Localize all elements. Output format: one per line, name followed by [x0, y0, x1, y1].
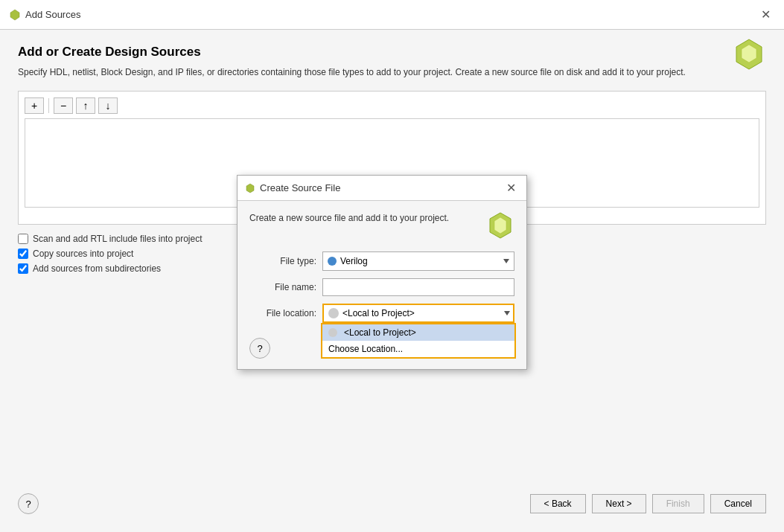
copy-sources-label: Copy sources into project: [33, 249, 133, 259]
csd-logo: [486, 211, 514, 240]
create-source-dialog: Create Source File ✕ Create a new source…: [237, 175, 527, 370]
file-type-value: Verilog: [340, 256, 368, 266]
csd-form: File type: Verilog File name:: [249, 251, 514, 323]
svg-marker-3: [246, 184, 254, 193]
help-button[interactable]: ?: [18, 493, 39, 514]
bottom-buttons: ? < Back Next > Finish Cancel: [18, 484, 766, 517]
toolbar-separator: [48, 98, 49, 113]
cancel-button[interactable]: Cancel: [710, 494, 766, 513]
csd-title-text: Create Source File: [260, 182, 340, 193]
file-name-input[interactable]: [322, 278, 514, 296]
vivado-logo-area: [732, 37, 766, 74]
file-type-row: File type: Verilog: [249, 251, 514, 271]
file-location-row: File location: <Local to Project> <Local…: [249, 304, 514, 323]
title-bar: Add Sources ✕: [0, 0, 784, 30]
main-dialog: Add or Create Design Sources Specify HDL…: [0, 30, 784, 532]
location-icon: [328, 308, 339, 318]
dropdown-item-choose-label: Choose Location...: [328, 344, 403, 354]
file-location-label: File location:: [249, 308, 316, 318]
file-location-chevron: [504, 311, 510, 315]
file-name-label: File name:: [249, 282, 316, 292]
file-name-row: File name:: [249, 278, 514, 296]
dropdown-item-choose[interactable]: Choose Location...: [322, 341, 514, 357]
move-down-button[interactable]: ↓: [98, 97, 118, 114]
dialog-header: Add or Create Design Sources Specify HDL…: [18, 45, 766, 79]
next-button[interactable]: Next >: [592, 494, 646, 513]
add-subdirs-label: Add sources from subdirectories: [33, 263, 161, 274]
scan-rtl-checkbox[interactable]: [18, 234, 28, 244]
file-type-select[interactable]: Verilog: [322, 251, 514, 271]
vivado-icon: [9, 9, 21, 21]
dropdown-item-local[interactable]: <Local to Project>: [322, 324, 514, 341]
csd-vivado-icon: [245, 183, 255, 193]
file-location-dropdown-list: <Local to Project> Choose Location...: [321, 323, 516, 359]
file-type-select-wrapper: Verilog: [322, 251, 514, 271]
local-icon: [328, 328, 337, 337]
move-up-button[interactable]: ↑: [76, 97, 95, 114]
csd-vivado-logo: [486, 211, 514, 240]
svg-marker-0: [10, 10, 19, 20]
csd-title-bar-left: Create Source File: [245, 182, 340, 193]
title-bar-left: Add Sources: [9, 9, 80, 21]
file-location-value: <Local to Project>: [342, 308, 415, 318]
back-button[interactable]: < Back: [530, 494, 586, 513]
file-location-dropdown[interactable]: <Local to Project> <Local to Project> Ch…: [322, 304, 514, 323]
csd-title-bar: Create Source File ✕: [238, 176, 526, 201]
csd-help-button[interactable]: ?: [249, 338, 270, 359]
file-type-chevron: [503, 259, 509, 263]
svg-marker-5: [494, 217, 506, 234]
finish-button[interactable]: Finish: [652, 494, 704, 513]
dialog-heading: Add or Create Design Sources: [18, 45, 766, 60]
copy-sources-checkbox[interactable]: [18, 249, 28, 259]
bottom-right-buttons: < Back Next > Finish Cancel: [530, 494, 766, 513]
add-subdirs-checkbox[interactable]: [18, 263, 28, 274]
remove-source-button[interactable]: −: [54, 97, 73, 114]
csd-close-button[interactable]: ✕: [503, 181, 519, 195]
csd-desc-area: Create a new source file and add it to y…: [249, 211, 514, 240]
csd-description: Create a new source file and add it to y…: [249, 211, 449, 225]
toolbar: + − ↑ ↓: [25, 97, 759, 114]
scan-rtl-label: Scan and add RTL include files into proj…: [33, 234, 202, 244]
csd-body: Create a new source file and add it to y…: [238, 201, 526, 369]
title-bar-close-button[interactable]: ✕: [756, 6, 775, 23]
file-type-label: File type:: [249, 256, 316, 266]
title-bar-title: Add Sources: [25, 9, 80, 20]
file-location-trigger[interactable]: <Local to Project>: [322, 304, 514, 323]
vivado-main-logo: [732, 37, 766, 71]
verilog-icon: [328, 257, 337, 266]
dialog-description: Specify HDL, netlist, Block Design, and …: [18, 65, 688, 79]
add-source-button[interactable]: +: [25, 97, 44, 114]
dropdown-item-local-label: <Local to Project>: [344, 327, 416, 338]
